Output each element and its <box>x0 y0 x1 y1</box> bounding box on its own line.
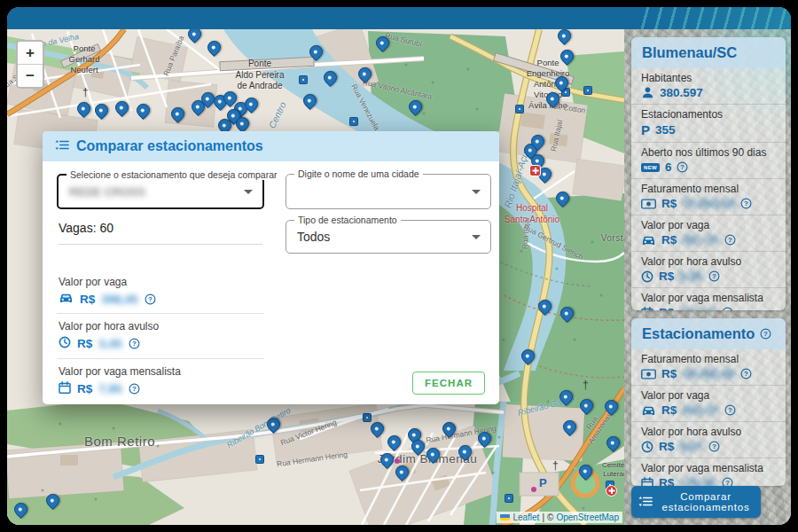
car-icon <box>59 292 74 306</box>
parking-square-icon[interactable] <box>505 494 513 503</box>
zoom-out-button[interactable]: − <box>18 65 43 87</box>
vagas-count: Vagas: 60 <box>59 221 262 245</box>
stat-value: 75.004,50 <box>682 197 735 210</box>
city-stats-card: Blumenau/SC Habitantes380.597Estacioname… <box>631 37 786 310</box>
stat-row: Faturamento mensalR$39.405,40? <box>631 349 786 385</box>
zoom-in-button[interactable]: + <box>18 42 43 65</box>
currency-prefix: R$ <box>77 337 92 350</box>
stat-label: Valor por vaga mensalista <box>641 292 776 304</box>
currency-prefix: R$ <box>659 270 674 283</box>
stat-label: Valor por vaga <box>641 219 776 231</box>
stat-value-row: P355 <box>641 122 776 137</box>
stat-value: 305,66 <box>679 306 716 310</box>
stat-value: 501,76 <box>682 233 718 246</box>
stat-value-row: R$178,45? <box>641 476 776 486</box>
stat-row: Faturamento mensalR$75.004,50? <box>631 178 786 215</box>
parking-select[interactable]: Selecione o estacionamento que deseja co… <box>57 174 264 209</box>
attribution-separator: | <box>542 512 544 522</box>
topbar-texture <box>640 7 791 29</box>
parking-square-icon[interactable] <box>515 105 524 113</box>
svg-text:?: ? <box>728 407 732 415</box>
type-select[interactable]: Tipo de estacionamento Todos <box>286 220 491 254</box>
stat-value: 5,05 <box>679 270 702 283</box>
svg-text:?: ? <box>712 272 716 280</box>
stat-label: Habitantes <box>641 72 776 84</box>
stat-label: Valor por vaga mensalista <box>641 462 776 474</box>
copyright-symbol: © <box>547 512 553 522</box>
osm-link[interactable]: OpenStreetMap <box>556 512 619 522</box>
compare-parkings-button[interactable]: Comparar estacionamentos <box>631 486 761 518</box>
parking-square-icon[interactable] <box>255 455 264 464</box>
stat-row: Valor por hora avulsoR$3,45? <box>57 314 264 359</box>
help-icon[interactable]: ? <box>677 161 688 173</box>
svg-text:?: ? <box>728 236 732 244</box>
help-icon[interactable]: ? <box>740 198 752 209</box>
ukraine-flag-icon <box>500 514 510 520</box>
help-icon[interactable]: ? <box>129 383 140 395</box>
svg-text:?: ? <box>764 331 769 339</box>
parking-select-label: Selecione o estacionamento que deseja co… <box>66 169 280 180</box>
parking-square-icon[interactable] <box>349 117 358 126</box>
parking-card-rows: Faturamento mensalR$39.405,40?Valor por … <box>631 349 786 486</box>
stat-label: Valor por vaga <box>59 276 262 288</box>
help-icon[interactable]: ? <box>760 328 771 340</box>
stat-row: Valor por vagaR$398,45? <box>57 270 264 314</box>
parking-square-icon[interactable] <box>299 75 308 84</box>
car-icon <box>641 234 656 246</box>
parking-square-icon[interactable] <box>363 413 372 422</box>
help-icon[interactable]: ? <box>129 338 140 349</box>
church-cross-icon: † <box>82 86 89 98</box>
stat-label: Faturamento mensal <box>641 353 776 365</box>
modal-title: Comparar estacionamentos <box>76 138 263 154</box>
currency-prefix: R$ <box>659 440 674 453</box>
help-icon[interactable]: ? <box>724 404 736 416</box>
chevron-down-icon <box>244 190 253 194</box>
new-badge-icon: NEW <box>641 163 660 172</box>
chevron-down-icon <box>472 190 481 194</box>
modal-header: Comparar estacionamentos <box>43 131 499 161</box>
money-icon <box>641 199 656 209</box>
shop-dot-icon <box>531 487 536 492</box>
help-icon[interactable]: ? <box>708 441 720 452</box>
leaflet-link[interactable]: Leaflet <box>512 512 539 522</box>
modal-body: Selecione o estacionamento que deseja co… <box>43 161 499 186</box>
svg-text:?: ? <box>148 295 153 303</box>
svg-text:?: ? <box>132 340 137 348</box>
type-select-label: Tipo de estacionamento <box>294 215 401 225</box>
stat-value-row: R$5,05? <box>641 270 776 283</box>
stat-value: 398,45 <box>101 293 137 306</box>
clock-icon <box>641 270 653 283</box>
parking-p-label: P <box>539 476 547 489</box>
help-icon[interactable]: ? <box>708 270 720 282</box>
city-select[interactable]: Digite o nome de uma cidade <box>286 174 491 209</box>
app-window: {} <box>7 7 791 525</box>
stat-value: 178,45 <box>679 476 716 486</box>
stat-row: Valor por hora avulsoR$9,87? <box>631 421 786 458</box>
svg-text:?: ? <box>132 385 137 393</box>
stat-label: Estacionamentos <box>641 108 776 121</box>
help-icon[interactable]: ? <box>740 368 752 379</box>
stat-value: 9,87 <box>679 440 702 453</box>
stat-value: 39.405,40 <box>682 367 735 380</box>
stat-value-row: R$403,37? <box>641 403 776 417</box>
help-icon[interactable]: ? <box>722 477 733 486</box>
svg-text:?: ? <box>712 443 716 451</box>
stat-row: Valor por hora avulsoR$5,05? <box>631 251 786 287</box>
stat-value-row: R$398,45? <box>59 292 262 306</box>
help-icon[interactable]: ? <box>724 234 736 246</box>
stat-label: Valor por hora avulso <box>641 426 776 438</box>
parking-square-icon[interactable] <box>583 86 592 95</box>
clock-icon <box>641 441 653 453</box>
stat-label: Valor por hora avulso <box>59 320 262 332</box>
type-select-value: Todos <box>297 230 330 244</box>
stat-value: 6 <box>665 160 672 174</box>
top-bar <box>7 7 791 29</box>
close-modal-button[interactable]: FECHAR <box>412 372 485 395</box>
stat-row: Aberto nos últimos 90 diasNEW6? <box>631 142 786 178</box>
stat-row: EstacionamentosP355 <box>631 104 786 142</box>
hospital-cross-icon <box>529 165 541 176</box>
stat-value: 355 <box>655 123 676 137</box>
help-icon[interactable]: ? <box>145 293 156 305</box>
stat-value-row: R$501,76? <box>641 233 776 246</box>
parking-stats-card: Estacionamento? Faturamento mensalR$39.4… <box>631 318 786 486</box>
